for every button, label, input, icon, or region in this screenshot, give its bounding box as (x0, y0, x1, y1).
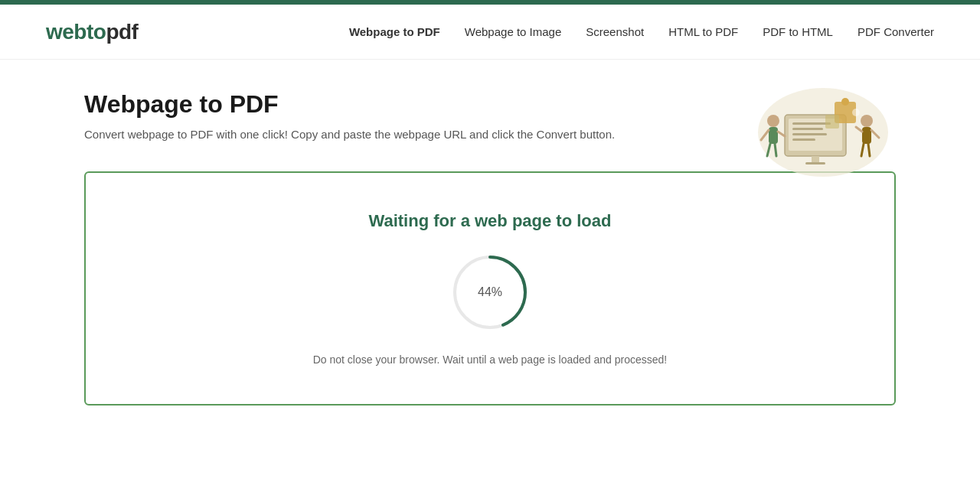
progress-note: Do not close your browser. Wait until a … (313, 353, 668, 366)
hero-illustration (743, 83, 896, 182)
nav-item-webpage-to-pdf[interactable]: Webpage to PDF (349, 25, 440, 38)
svg-line-14 (775, 144, 776, 156)
svg-rect-24 (825, 115, 839, 129)
nav-item-html-to-pdf[interactable]: HTML to PDF (668, 25, 738, 38)
svg-point-22 (841, 98, 849, 106)
svg-line-20 (868, 144, 870, 156)
svg-point-23 (852, 109, 860, 116)
nav-item-screenshot[interactable]: Screenshot (586, 25, 644, 38)
svg-rect-10 (769, 127, 778, 144)
svg-rect-7 (812, 156, 819, 162)
nav-item-webpage-to-image[interactable]: Webpage to Image (465, 25, 561, 38)
logo-pdf: pdf (106, 20, 138, 44)
svg-rect-6 (792, 138, 815, 141)
site-logo[interactable]: webtopdf (46, 20, 138, 44)
svg-point-9 (767, 115, 779, 127)
progress-percent: 44% (478, 285, 502, 299)
site-header: webtopdf Webpage to PDF Webpage to Image… (0, 5, 980, 60)
nav-item-pdf-converter[interactable]: PDF Converter (858, 25, 934, 38)
nav-item-pdf-to-html[interactable]: PDF to HTML (763, 25, 833, 38)
svg-rect-5 (792, 133, 827, 135)
svg-rect-3 (792, 122, 831, 125)
waiting-title: Waiting for a web page to load (369, 211, 612, 231)
main-content: Webpage to PDF Convert webpage to PDF wi… (38, 60, 942, 436)
svg-point-15 (861, 115, 873, 127)
main-nav: Webpage to PDF Webpage to Image Screensh… (349, 25, 934, 38)
conversion-box: Waiting for a web page to load 44% Do no… (84, 171, 896, 405)
progress-indicator: 44% (452, 254, 528, 331)
svg-rect-4 (792, 128, 823, 130)
logo-web: webto (46, 20, 106, 44)
svg-rect-8 (805, 162, 825, 164)
svg-rect-16 (862, 127, 871, 144)
